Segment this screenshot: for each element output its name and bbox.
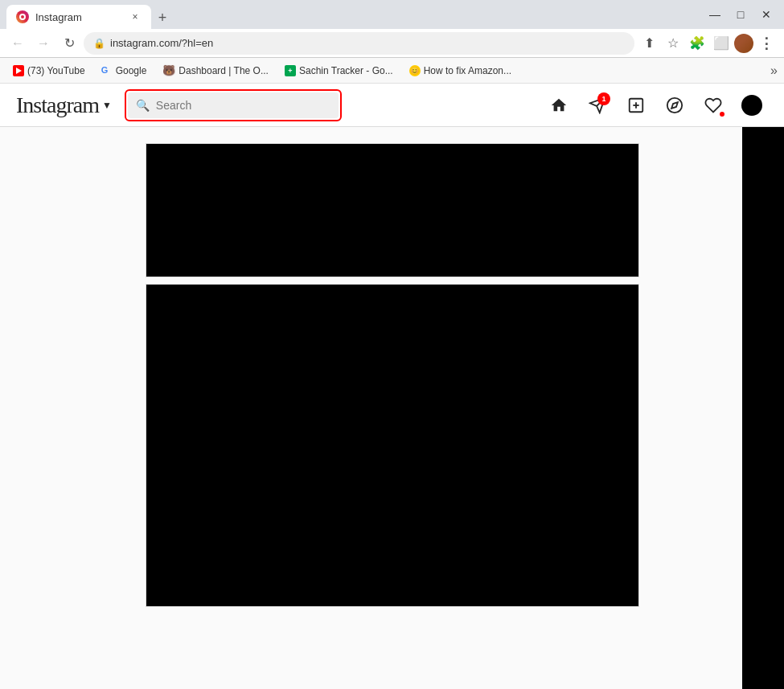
lock-icon: 🔒: [93, 38, 105, 49]
back-button[interactable]: ←: [6, 32, 29, 55]
share-button[interactable]: ⬆: [638, 32, 660, 55]
svg-point-5: [667, 97, 682, 112]
explore-button[interactable]: [659, 89, 691, 121]
new-tab-button[interactable]: +: [151, 6, 174, 29]
maximize-button[interactable]: □: [729, 3, 752, 26]
tab-favicon: [16, 10, 29, 23]
minimize-button[interactable]: —: [704, 3, 726, 26]
search-box[interactable]: 🔍: [128, 92, 339, 118]
window-controls: — □ ✕: [704, 3, 778, 26]
close-button[interactable]: ✕: [755, 3, 778, 26]
instagram-logo: Instagram: [16, 92, 99, 118]
search-icon: 🔍: [136, 99, 150, 112]
message-badge: 1: [597, 92, 610, 105]
instagram-header: Instagram ▼ 🔍 1: [0, 84, 784, 127]
sachin-icon: +: [285, 65, 296, 76]
direct-messages-button[interactable]: 1: [581, 89, 614, 121]
post-media-2: [146, 285, 638, 606]
search-wrapper: 🔍: [125, 89, 342, 121]
bookmark-amazon-label: How to fix Amazon...: [424, 65, 511, 76]
home-button[interactable]: [543, 89, 575, 121]
plus-square-icon: [627, 96, 645, 114]
bookmark-sachin-label: Sachin Tracker - Go...: [299, 65, 393, 76]
bookmark-amazon[interactable]: 😊 How to fix Amazon...: [403, 64, 518, 78]
instagram-content: [0, 127, 784, 630]
extensions-button[interactable]: 🧩: [686, 32, 708, 55]
address-bar: ← → ↻ 🔒 instagram.com/?hl=en ⬆ ☆ 🧩 ⬜ ⋮: [0, 29, 784, 58]
post-media-1: [146, 144, 638, 277]
url-text: instagram.com/?hl=en: [110, 37, 213, 49]
right-panel: [742, 84, 784, 689]
instagram-logo-area[interactable]: Instagram ▼: [16, 92, 112, 118]
heart-icon: [704, 96, 722, 114]
activity-button[interactable]: [697, 89, 729, 121]
search-input[interactable]: [156, 99, 330, 112]
title-bar: Instagram × + — □ ✕: [0, 0, 784, 29]
profile-thumbnail: [741, 95, 762, 116]
bookmarks-bar: (73) YouTube G Google 🐻 Dashboard | The …: [0, 58, 784, 84]
tab-bar: Instagram × +: [6, 0, 697, 29]
bookmark-google[interactable]: G Google: [95, 64, 154, 78]
feed-post-1: [146, 143, 639, 277]
address-actions: ⬆ ☆ 🧩 ⬜ ⋮: [638, 32, 778, 55]
instagram-nav: 1: [543, 89, 768, 121]
new-post-button[interactable]: [620, 89, 652, 121]
bookmark-youtube[interactable]: (73) YouTube: [6, 64, 92, 78]
bookmark-dashboard[interactable]: 🐻 Dashboard | The O...: [156, 63, 275, 78]
bookmark-google-label: Google: [116, 65, 147, 76]
profile-avatar[interactable]: [734, 34, 753, 53]
google-icon: G: [101, 65, 113, 76]
activity-dot: [720, 112, 724, 117]
sidebar-button[interactable]: ⬜: [710, 32, 733, 55]
dashboard-icon: 🐻: [162, 64, 175, 76]
youtube-icon: [13, 65, 24, 76]
more-bookmarks-button[interactable]: »: [770, 64, 778, 78]
bookmark-dashboard-label: Dashboard | The O...: [179, 65, 269, 76]
bookmark-youtube-label: (73) YouTube: [27, 65, 85, 76]
active-tab[interactable]: Instagram ×: [6, 5, 151, 29]
bookmark-button[interactable]: ☆: [662, 32, 684, 55]
forward-button[interactable]: →: [32, 32, 55, 55]
logo-caret-icon[interactable]: ▼: [102, 100, 112, 111]
tab-close-button[interactable]: ×: [129, 10, 142, 23]
browser-chrome: Instagram × + — □ ✕ ← → ↻ 🔒 instagram.co…: [0, 0, 784, 84]
tab-title: Instagram: [35, 11, 82, 23]
instagram-page: Instagram ▼ 🔍 1: [0, 84, 784, 689]
bookmark-sachin[interactable]: + Sachin Tracker - Go...: [278, 64, 400, 78]
reload-button[interactable]: ↻: [58, 32, 80, 55]
amazon-icon: 😊: [409, 65, 421, 76]
profile-button[interactable]: [736, 89, 768, 121]
more-button[interactable]: ⋮: [755, 32, 778, 55]
url-bar[interactable]: 🔒 instagram.com/?hl=en: [84, 32, 634, 55]
feed-post-2: [146, 284, 639, 607]
svg-marker-6: [671, 102, 678, 109]
compass-icon: [666, 96, 683, 114]
home-icon: [550, 96, 568, 114]
instagram-feed: [146, 143, 639, 613]
